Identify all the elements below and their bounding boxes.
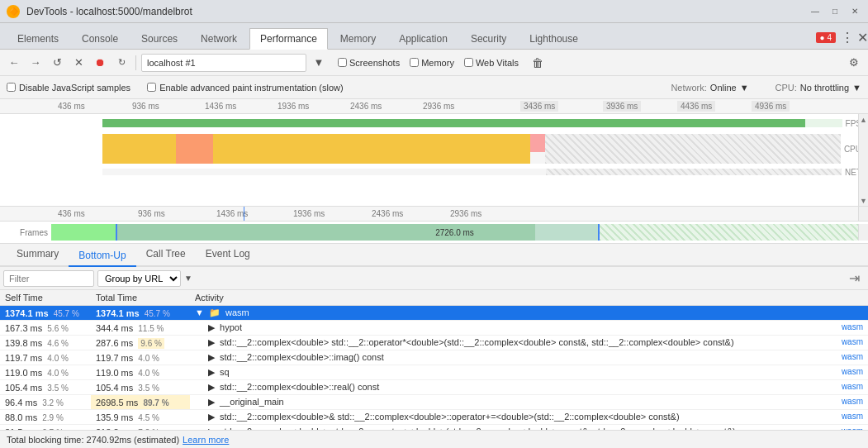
filter-input[interactable]: [3, 270, 94, 287]
subtab-bottom-up[interactable]: Bottom-Up: [69, 245, 135, 267]
wasm-link[interactable]: wasm: [842, 382, 863, 391]
subtab-call-tree[interactable]: Call Tree: [136, 244, 196, 265]
wasm-link[interactable]: wasm: [842, 352, 863, 361]
table-row[interactable]: 1374.1 ms 45.7 % 1374.1 ms 45.7 % ▼ 📁 wa…: [0, 306, 868, 321]
table-row[interactable]: 167.3 ms 5.6 % 344.4 ms 11.5 % ▶ hypot w…: [0, 321, 868, 336]
tree-arrow[interactable]: ▼: [195, 307, 204, 317]
timeline-section-2: 436 ms 936 ms 1436 ms 1936 ms 2436 ms 29…: [0, 207, 868, 244]
tab-application[interactable]: Application: [388, 27, 458, 49]
subtab-event-log[interactable]: Event Log: [196, 244, 260, 265]
tab-sources[interactable]: Sources: [130, 27, 188, 49]
col-activity[interactable]: Activity: [190, 290, 868, 306]
cpu-dropdown-icon[interactable]: ▼: [852, 83, 861, 93]
group-by-select[interactable]: Group by URL No Grouping: [97, 270, 181, 287]
screenshots-checkbox[interactable]: [338, 58, 347, 67]
network-dropdown-icon[interactable]: ▼: [740, 83, 749, 93]
cpu-track: CPU: [0, 132, 868, 165]
close-button[interactable]: ✕: [848, 5, 861, 18]
tree-arrow[interactable]: ▶: [208, 352, 215, 362]
frames-scrollbar[interactable]: [858, 224, 868, 241]
minimize-button[interactable]: —: [809, 5, 822, 18]
expand-collapse-button[interactable]: ⇥: [844, 270, 865, 286]
separator-1: [135, 55, 136, 70]
reload-profile-button[interactable]: ↻: [112, 54, 130, 72]
tab-elements[interactable]: Elements: [7, 27, 69, 49]
advanced-paint-option[interactable]: Enable advanced paint instrumentation (s…: [147, 83, 344, 93]
fps-track: FPS: [0, 114, 868, 132]
clear-button[interactable]: 🗑: [529, 54, 547, 72]
tab-security[interactable]: Security: [460, 27, 517, 49]
wasm-link[interactable]: wasm: [842, 337, 863, 346]
timeline-cursor: [244, 207, 244, 221]
tree-arrow[interactable]: ▶: [208, 367, 215, 377]
bottom-panel: Summary Bottom-Up Call Tree Event Log Gr…: [0, 244, 868, 448]
disable-js-option[interactable]: Disable JavaScript samples: [7, 83, 130, 93]
scroll-down-icon[interactable]: ▼: [860, 197, 867, 205]
timeline-scrollbar-2[interactable]: [858, 207, 868, 221]
subtabs: Summary Bottom-Up Call Tree Event Log: [0, 244, 868, 267]
advanced-paint-checkbox[interactable]: [147, 83, 156, 92]
wasm-link[interactable]: wasm: [842, 322, 863, 331]
table-row[interactable]: 105.4 ms 3.5 % 105.4 ms 3.5 % ▶ std::__2…: [0, 380, 868, 395]
maximize-button[interactable]: □: [828, 5, 842, 18]
table-row[interactable]: 88.0 ms 2.9 % 135.9 ms 4.5 % ▶ std::__2:…: [0, 410, 868, 425]
timeline-ruler-2: 436 ms 936 ms 1436 ms 1936 ms 2436 ms 29…: [0, 207, 868, 222]
table-row[interactable]: 119.0 ms 4.0 % 119.0 ms 4.0 % ▶ sq wasm: [0, 365, 868, 380]
window-title: DevTools - localhost:5000/mandelbrot: [26, 6, 809, 17]
table-container: Self Time Total Time Activity 1374.1 ms …: [0, 290, 868, 448]
error-badge: ● 4: [816, 32, 836, 43]
settings-icon[interactable]: ⋮: [841, 30, 854, 45]
scroll-up-icon[interactable]: ▲: [860, 116, 867, 124]
frames-bar-container: Frames 2726.0 ms: [0, 222, 868, 243]
devtools-icon: 🔶: [7, 5, 20, 18]
col-total-time[interactable]: Total Time: [91, 290, 190, 306]
tree-arrow[interactable]: ▶: [208, 412, 215, 422]
frames-bar: 2726.0 ms: [51, 224, 858, 241]
window-controls: — □ ✕: [809, 5, 861, 18]
table-row[interactable]: 96.4 ms 3.2 % 2698.5 ms 89.7 % ▶ __origi…: [0, 395, 868, 410]
webvitals-checkbox[interactable]: [464, 58, 473, 67]
table-row[interactable]: 119.7 ms 4.0 % 119.7 ms 4.0 % ▶ std::__2…: [0, 350, 868, 365]
statusbar: Total blocking time: 2740.92ms (estimate…: [0, 430, 868, 448]
webvitals-checkbox-label[interactable]: Web Vitals: [464, 58, 519, 68]
folder-icon: 📁: [209, 307, 221, 317]
titlebar: 🔶 DevTools - localhost:5000/mandelbrot —…: [0, 0, 868, 23]
toolbar: ← → ↺ ✕ ⏺ ↻ localhost #1 ▼ Screenshots M…: [0, 50, 868, 76]
tab-memory[interactable]: Memory: [330, 27, 387, 49]
subtab-summary[interactable]: Summary: [7, 244, 69, 265]
tab-lighthouse[interactable]: Lighthouse: [519, 27, 589, 49]
selected-region: [116, 224, 600, 241]
timeline-scrollbar[interactable]: ▲ ▼: [858, 114, 868, 207]
wasm-link[interactable]: wasm: [842, 412, 863, 421]
tree-arrow[interactable]: ▶: [208, 382, 215, 392]
forward-button[interactable]: →: [26, 54, 45, 72]
table-row[interactable]: 139.8 ms 4.6 % 287.6 ms 9.6 % ▶ std::__2…: [0, 336, 868, 350]
memory-checkbox-label[interactable]: Memory: [410, 58, 454, 68]
filter-row: Group by URL No Grouping ▼ ⇥: [0, 267, 868, 290]
wasm-link[interactable]: wasm: [842, 397, 863, 406]
wasm-link[interactable]: wasm: [842, 367, 863, 376]
screenshots-checkbox-label[interactable]: Screenshots: [338, 58, 400, 68]
net-track: NET: [0, 165, 868, 179]
tab-performance[interactable]: Performance: [249, 28, 328, 50]
tree-arrow[interactable]: ▶: [208, 337, 215, 347]
checkboxes: Screenshots Memory Web Vitals 🗑: [338, 54, 547, 72]
record-button[interactable]: ⏺: [91, 54, 109, 72]
tab-network[interactable]: Network: [190, 27, 248, 49]
more-icon[interactable]: ✕: [857, 30, 868, 45]
col-self-time[interactable]: Self Time: [0, 290, 91, 306]
tree-arrow[interactable]: ▶: [208, 322, 215, 332]
settings-gear-icon[interactable]: ⚙: [845, 54, 863, 72]
disable-js-checkbox[interactable]: [7, 83, 16, 92]
filter-dropdown-icon[interactable]: ▼: [184, 274, 192, 283]
frames-label: Frames: [0, 228, 51, 237]
main-tabbar: Elements Console Sources Network Perform…: [0, 23, 868, 50]
learn-more-link[interactable]: Learn more: [183, 435, 229, 445]
back-button[interactable]: ←: [5, 54, 23, 72]
tab-console[interactable]: Console: [71, 27, 129, 49]
refresh-button[interactable]: ↺: [48, 54, 66, 72]
stop-button[interactable]: ✕: [69, 54, 88, 72]
memory-checkbox[interactable]: [410, 58, 419, 67]
url-dropdown-button[interactable]: ▼: [310, 54, 328, 72]
tree-arrow[interactable]: ▶: [208, 397, 215, 407]
